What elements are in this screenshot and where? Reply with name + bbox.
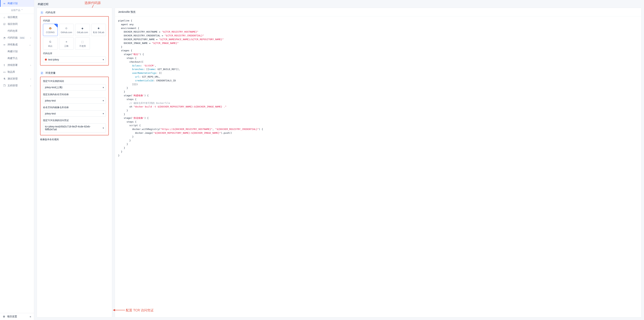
sidebar-item-code[interactable]: 代码仓库 [0, 28, 34, 34]
sidebar: ∞ 构建计划 全部产品 ⌃ ⌂项目概览☑项目协同代码仓库◔代码扫描beta›∞持… [0, 0, 34, 320]
sidebar-item-label: 制品库 [8, 70, 15, 74]
deploy-icon: ⇪ [3, 64, 6, 67]
doc-icon: ❐ [3, 84, 6, 87]
source-card-[interactable]: ⬚不使用 [75, 38, 90, 50]
source-icon: ≡ [66, 40, 67, 44]
source-label: 代码源 [43, 19, 106, 22]
infinity-icon: ∞ [3, 2, 6, 5]
env-field-label: 指定实例内命名空间名称 [43, 93, 106, 96]
gear-icon: ⚙ [3, 315, 5, 318]
caret-down-icon: ▾ [103, 86, 104, 89]
sidebar-item-label: 测试管理 [8, 77, 18, 81]
env-field-value: tcr-jokey-test(45d2c718-8e2f-4cde-82eb-f… [45, 125, 101, 131]
repo-color-icon [45, 59, 47, 61]
step-title: 代码仓库 [46, 11, 56, 14]
collapse-icon[interactable]: « [30, 315, 31, 318]
source-label: GitHub.com [61, 31, 72, 34]
sidebar-item-deploy[interactable]: ⇪持续部署› [0, 62, 34, 69]
env-field-value: jokey-test [45, 112, 56, 115]
sidebar-item-label: 持续部署 [8, 64, 18, 67]
preview-panel: Jenkinsfile 预览 pipeline { agent any envi… [115, 8, 642, 317]
home-icon: ⌂ [3, 16, 6, 19]
env-field-label: 指定TCR实例的域名 [43, 80, 106, 83]
caret-down-icon: ▾ [103, 58, 104, 61]
sidebar-item-label: 项目协同 [8, 23, 18, 26]
page-title: 构建过程 选择代码源 [34, 0, 644, 8]
test-icon: ⚗ [3, 77, 6, 80]
code-icon [3, 30, 6, 32]
repo-label: 代码仓库 [43, 52, 106, 55]
artifact-icon: ▭ [3, 71, 6, 73]
scan-icon: ◔ [3, 36, 6, 39]
sidebar-sub-item[interactable]: 构建计划 [0, 48, 34, 55]
source-icon: G [49, 40, 51, 44]
source-card-gitlabcom[interactable]: ◆GitLab.com [75, 24, 90, 36]
repo-select[interactable]: test-jokey ▾ [43, 57, 106, 63]
source-icon: ⊙ [65, 26, 68, 31]
sidebar-item-scan[interactable]: ◔代码扫描beta› [0, 34, 34, 41]
jenkinsfile-code: pipeline { agent any environment { DOCKE… [115, 16, 641, 160]
source-label: CODING [46, 31, 55, 34]
sidebar-item-label: 文档管理 [8, 84, 18, 87]
env-field-value: jokey-test(上海) [45, 86, 62, 89]
sidebar-sub-label: 构建节点 [8, 57, 18, 60]
sidebar-item-ci[interactable]: ∞持续集成⌄ [0, 41, 34, 48]
sidebar-item-check[interactable]: ☑项目协同 [0, 21, 34, 28]
env-field-select-3[interactable]: tcr-jokey-test(45d2c718-8e2f-4cde-82eb-f… [43, 123, 106, 132]
env-field-label: 命名空间内镜像仓库名称 [43, 106, 106, 109]
env-field-select-1[interactable]: jokey-test▾ [43, 98, 106, 104]
sidebar-settings-label: 项目设置 [7, 315, 17, 318]
step-number: 1 [40, 11, 44, 15]
repo-value: test-jokey [48, 58, 59, 61]
annotation-bottom: 配置 TCR 访问凭证 [126, 308, 154, 312]
source-card-[interactable]: G码云 [43, 38, 58, 50]
beta-badge: beta [20, 37, 25, 39]
sidebar-sub-label: 构建计划 [8, 50, 18, 53]
chevron-icon: › [30, 84, 31, 87]
sidebar-item-label: 持续集成 [8, 43, 18, 46]
ci-icon: ∞ [3, 43, 6, 46]
env-field-value: jokey-test [45, 99, 56, 102]
sidebar-label: 构建计划 [8, 2, 18, 5]
sidebar-all-products[interactable]: 全部产品 ⌃ [0, 7, 34, 14]
caret-down-icon: ▾ [103, 112, 104, 115]
sidebar-item-artifact[interactable]: ▭制品库 [0, 69, 34, 75]
preview-title: Jenkinsfile 预览 [115, 8, 641, 16]
chevron-icon: › [30, 77, 31, 80]
image-naming-label: 镜像版本命名规则 [40, 138, 109, 141]
source-card-coding[interactable]: 🐵CODING [43, 24, 58, 36]
chevron-icon: › [30, 36, 31, 39]
source-card-githubcom[interactable]: ⊙GitHub.com [59, 24, 74, 36]
source-label: GitLab.com [77, 31, 88, 34]
source-label: 工蜂 [64, 45, 68, 48]
step-title: 环境变量 [46, 72, 56, 75]
step-number: 2 [40, 71, 44, 75]
sidebar-item-label: 代码仓库 [8, 29, 18, 33]
sidebar-item-label: 项目概览 [8, 16, 18, 19]
step-1: 1 代码仓库 代码源 🐵CODING⊙GitHub.com◆GitLab.com… [37, 8, 112, 68]
sidebar-item-test[interactable]: ⚗测试管理› [0, 75, 34, 82]
sidebar-item-doc[interactable]: ❐文档管理› [0, 82, 34, 89]
step-2: 2 环境变量 指定TCR实例的域名jokey-test(上海)▾指定实例内命名空… [37, 68, 112, 145]
sidebar-item-home[interactable]: ⌂项目概览 [0, 14, 34, 21]
source-card-[interactable]: ≡工蜂 [59, 38, 74, 50]
source-label: 私有 GitLab [93, 31, 104, 34]
source-icon: 🐵 [49, 26, 52, 31]
sidebar-sub-item[interactable]: 构建节点 [0, 55, 34, 62]
source-card-gitlab[interactable]: ◆私有 GitLab [91, 24, 106, 36]
chevron-up-icon: ⌃ [21, 9, 23, 12]
caret-down-icon: ▾ [103, 99, 104, 102]
chevron-icon: › [30, 64, 31, 67]
env-vars-box: 指定TCR实例的域名jokey-test(上海)▾指定实例内命名空间名称joke… [40, 77, 109, 135]
env-field-select-2[interactable]: jokey-test▾ [43, 111, 106, 117]
source-icon: ◆ [98, 26, 100, 30]
source-label: 码云 [48, 45, 52, 48]
check-icon: ☑ [3, 23, 6, 26]
source-icon: ◆ [82, 26, 84, 31]
sidebar-active-build-plan[interactable]: ∞ 构建计划 [0, 0, 34, 7]
env-field-select-0[interactable]: jokey-test(上海)▾ [43, 84, 106, 91]
main: 构建过程 选择代码源 1 代码仓库 代码源 🐵CODING⊙GitHub.com… [34, 0, 644, 320]
sidebar-project-settings[interactable]: ⚙ 项目设置 « [0, 313, 34, 320]
source-label: 不使用 [79, 45, 86, 48]
env-field-label: 指定TCR实例的访问凭证 [43, 119, 106, 122]
